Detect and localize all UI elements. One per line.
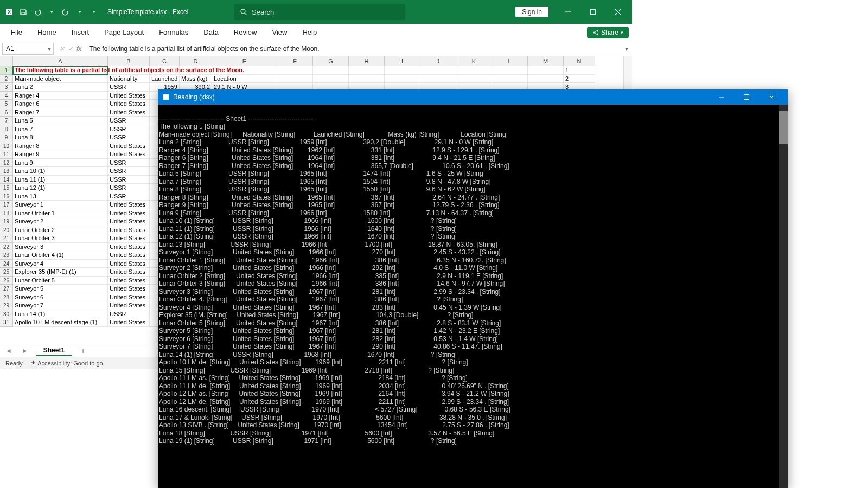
cell[interactable]: Ranger 6 xyxy=(13,100,108,108)
column-header[interactable]: B xyxy=(108,56,150,66)
cell[interactable] xyxy=(313,75,349,84)
cell[interactable] xyxy=(277,66,313,75)
row-header[interactable]: 14 xyxy=(0,176,13,184)
row-header[interactable]: 30 xyxy=(0,310,13,319)
row-header[interactable]: 7 xyxy=(0,117,13,125)
cell[interactable]: Surveyor 3 xyxy=(13,243,108,252)
row-header[interactable]: 23 xyxy=(0,251,13,260)
column-header[interactable]: G xyxy=(313,56,349,66)
cell[interactable]: Lunar Orbiter 4 (1) xyxy=(13,251,108,260)
cell[interactable] xyxy=(385,75,420,84)
row-header[interactable]: 13 xyxy=(0,167,13,176)
cell[interactable]: Ranger 4 xyxy=(13,92,108,100)
cell[interactable]: Luna 8 xyxy=(13,133,108,142)
ribbon-tab-file[interactable]: File xyxy=(3,25,30,40)
cell[interactable]: United States xyxy=(108,150,150,159)
column-header[interactable]: H xyxy=(349,56,385,66)
cell[interactable] xyxy=(492,66,528,75)
cell[interactable]: United States xyxy=(108,285,150,293)
cell[interactable]: Luna 10 (1) xyxy=(13,167,108,176)
column-header[interactable]: A xyxy=(13,56,108,66)
add-sheet-button[interactable]: + xyxy=(78,346,88,355)
cell[interactable]: United States xyxy=(108,209,150,218)
chevron-down-icon[interactable]: ▾ xyxy=(48,45,51,53)
cell[interactable]: Surveyor 7 xyxy=(13,301,108,310)
cell[interactable]: United States xyxy=(108,108,150,117)
sign-in-button[interactable]: Sign in xyxy=(515,7,548,17)
cell[interactable]: 2 xyxy=(564,75,595,84)
cell[interactable] xyxy=(277,75,313,84)
redo-icon[interactable] xyxy=(61,7,71,17)
share-button[interactable]: Share ▾ xyxy=(587,27,629,38)
ribbon-tab-view[interactable]: View xyxy=(264,25,295,40)
formula-expand-icon[interactable]: ▾ xyxy=(621,45,632,53)
cell[interactable]: United States xyxy=(108,251,150,260)
column-header[interactable]: J xyxy=(420,56,456,66)
terminal-scrollbar-thumb[interactable] xyxy=(779,111,788,144)
fx-icon[interactable]: fx xyxy=(76,45,81,53)
column-header[interactable]: E xyxy=(212,56,277,66)
cell[interactable]: The following table is a partial list of… xyxy=(13,66,108,75)
column-header[interactable]: M xyxy=(528,56,564,66)
cell[interactable]: USSR xyxy=(108,310,150,319)
cell[interactable] xyxy=(349,75,385,84)
redo-dropdown-icon[interactable]: ▾ xyxy=(75,7,85,17)
row-header[interactable]: 19 xyxy=(0,217,13,226)
cell[interactable]: United States xyxy=(108,243,150,252)
cell[interactable]: United States xyxy=(108,201,150,209)
minimize-button[interactable] xyxy=(556,0,580,24)
column-header[interactable]: L xyxy=(492,56,528,66)
cell[interactable]: Apollo 10 LM descent stage (1) xyxy=(13,318,108,327)
column-header[interactable]: K xyxy=(456,56,492,66)
save-icon[interactable] xyxy=(18,7,28,17)
cell[interactable]: USSR xyxy=(108,117,150,125)
cell[interactable]: United States xyxy=(108,226,150,235)
cell[interactable]: Lunar Orbiter 5 xyxy=(13,277,108,285)
column-header[interactable]: C xyxy=(150,56,180,66)
cell[interactable]: Ranger 7 xyxy=(13,108,108,117)
row-header[interactable]: 9 xyxy=(0,133,13,142)
row-header[interactable]: 16 xyxy=(0,192,13,201)
cell[interactable]: USSR xyxy=(108,133,150,142)
cell[interactable] xyxy=(492,75,528,84)
cell[interactable] xyxy=(180,66,212,75)
cell[interactable] xyxy=(150,66,180,75)
cell[interactable] xyxy=(456,66,492,75)
column-header[interactable]: F xyxy=(277,56,313,66)
row-header[interactable]: 31 xyxy=(0,318,13,327)
ribbon-tab-insert[interactable]: Insert xyxy=(64,25,97,40)
cell[interactable] xyxy=(313,66,349,75)
ribbon-tab-help[interactable]: Help xyxy=(295,25,324,40)
cell[interactable]: United States xyxy=(108,268,150,277)
cell[interactable]: Luna 14 (1) xyxy=(13,310,108,319)
cell[interactable]: Surveyor 4 xyxy=(13,260,108,268)
cell[interactable]: United States xyxy=(108,234,150,243)
terminal-close-button[interactable] xyxy=(760,89,783,105)
qat-customize-icon[interactable]: ▾ xyxy=(89,7,99,17)
cell[interactable]: United States xyxy=(108,318,150,327)
terminal-minimize-button[interactable] xyxy=(710,89,733,105)
terminal-maximize-button[interactable] xyxy=(735,89,758,105)
sheet-nav-prev[interactable]: ◄ xyxy=(3,347,14,355)
select-all-corner[interactable] xyxy=(0,56,13,66)
cell[interactable]: Luna 7 xyxy=(13,125,108,134)
ribbon-tab-home[interactable]: Home xyxy=(30,25,64,40)
row-header[interactable]: 4 xyxy=(0,92,13,100)
cell[interactable] xyxy=(528,75,564,84)
terminal-output[interactable]: ------------------------------ Sheet1 --… xyxy=(158,105,788,488)
maximize-button[interactable] xyxy=(581,0,605,24)
row-header[interactable]: 22 xyxy=(0,243,13,252)
row-header[interactable]: 27 xyxy=(0,285,13,293)
cell[interactable]: Surveyor 5 xyxy=(13,285,108,293)
row-header[interactable]: 29 xyxy=(0,301,13,310)
ribbon-tab-formulas[interactable]: Formulas xyxy=(151,25,196,40)
cell[interactable]: Ranger 8 xyxy=(13,142,108,151)
cell[interactable]: United States xyxy=(108,100,150,108)
cell[interactable]: United States xyxy=(108,142,150,151)
cell[interactable]: Nationality xyxy=(108,75,150,84)
accessibility-status[interactable]: Accessibility: Good to go xyxy=(30,360,103,367)
cell[interactable]: USSR xyxy=(108,167,150,176)
cell[interactable] xyxy=(420,66,456,75)
row-header[interactable]: 10 xyxy=(0,142,13,151)
row-header[interactable]: 24 xyxy=(0,260,13,268)
